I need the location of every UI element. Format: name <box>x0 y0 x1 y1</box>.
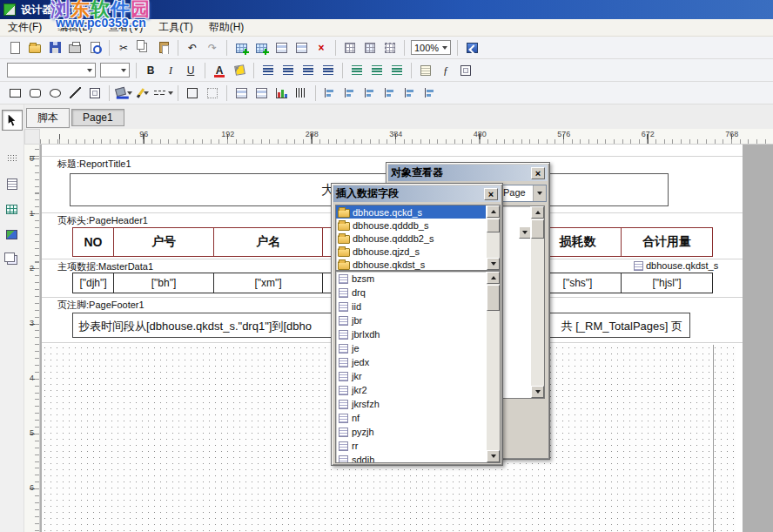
header-cell[interactable]: 合计用量 <box>622 228 712 256</box>
barcode-button[interactable] <box>292 84 311 103</box>
insert-band-button[interactable] <box>272 38 291 57</box>
field-list-scrollbar[interactable] <box>486 272 500 462</box>
dataset-item[interactable]: dbhouse.qjzd_s <box>336 245 486 258</box>
field-item[interactable]: rr <box>336 439 486 453</box>
field-list[interactable]: bzsm drq iid jbr <box>335 271 501 463</box>
border-none-button[interactable] <box>203 84 222 103</box>
band-label-report-title[interactable]: 标题:ReportTitle1 <box>57 158 131 171</box>
band-label-master-data[interactable]: 主项数据:MasterData1 <box>57 260 153 273</box>
center-vertical-button[interactable] <box>420 84 440 103</box>
field-item[interactable]: jkr <box>336 369 486 383</box>
menu-item[interactable]: 查看(V) <box>100 18 151 37</box>
picture-object-button[interactable] <box>2 224 23 245</box>
align-lefts-button[interactable] <box>320 84 339 103</box>
data-cell[interactable]: ["djh"] <box>73 273 114 293</box>
paste-button[interactable] <box>154 38 173 57</box>
dataset-item[interactable]: dbhouse.qdddb_s <box>336 219 486 232</box>
align-bottoms-button[interactable] <box>380 84 400 103</box>
field-item[interactable]: jbr <box>336 313 486 327</box>
band-style-button[interactable] <box>232 84 251 103</box>
menu-item[interactable]: 帮助(H) <box>201 18 252 37</box>
chart-button[interactable] <box>272 84 291 103</box>
line-tool-button[interactable] <box>65 84 84 103</box>
save-button[interactable] <box>45 38 64 57</box>
highlight-button[interactable] <box>230 61 249 80</box>
menu-item[interactable]: 工具(T) <box>151 18 200 37</box>
snap-to-grid-button[interactable] <box>360 38 380 57</box>
scroll-down-icon[interactable] <box>487 450 500 462</box>
align-rights-button[interactable] <box>340 84 360 103</box>
close-icon[interactable]: × <box>484 188 498 200</box>
field-item[interactable]: bzsm <box>336 272 486 286</box>
delete-button[interactable]: × <box>312 38 331 57</box>
titlebar[interactable]: 设计器 - sttzd2.rmf <box>0 0 773 19</box>
bold-button[interactable]: B <box>141 61 160 80</box>
object-viewer-titlebar[interactable]: 对象查看器 × <box>388 165 548 181</box>
open-button[interactable] <box>25 38 44 57</box>
insert-dataset-button[interactable] <box>232 38 251 57</box>
header-cell[interactable]: 户名 <box>214 228 323 256</box>
redo-button[interactable]: ↷ <box>203 38 222 57</box>
valign-center-button[interactable] <box>367 61 386 80</box>
inspector-dropdown[interactable] <box>519 226 531 239</box>
field-item[interactable]: jkrsfzh <box>336 397 486 411</box>
data-cell[interactable]: ["hjsl"] <box>622 273 712 293</box>
scroll-down-icon[interactable] <box>531 386 544 398</box>
scroll-down-icon[interactable] <box>487 258 500 270</box>
font-size-combo[interactable] <box>98 61 131 80</box>
rectangle-tool-button[interactable] <box>5 84 24 103</box>
band-label-page-footer[interactable]: 页注脚:PageFooter1 <box>57 299 145 312</box>
frame-tool-button[interactable] <box>85 84 104 103</box>
table-object-button[interactable] <box>2 199 23 219</box>
dataset-item[interactable]: dbhouse.qdddb2_s <box>336 232 486 245</box>
border-outline-button[interactable] <box>183 84 202 103</box>
underline-button[interactable]: U <box>181 61 200 80</box>
font-family-combo[interactable] <box>5 61 97 80</box>
align-right-button[interactable] <box>299 61 318 80</box>
scroll-up-icon[interactable] <box>531 206 544 219</box>
zoom-combo[interactable]: 100% <box>409 38 453 57</box>
align-justify-button[interactable] <box>319 61 338 80</box>
close-icon[interactable]: × <box>531 167 545 179</box>
menu-item[interactable]: 文件(F) <box>0 18 50 37</box>
field-item[interactable]: jbrlxdh <box>336 327 486 341</box>
valign-top-button[interactable] <box>347 61 366 80</box>
line-style-button[interactable] <box>154 84 173 103</box>
field-item[interactable]: jedx <box>336 355 486 369</box>
insert-query-button[interactable] <box>252 38 271 57</box>
font-color-button[interactable]: A <box>210 61 229 80</box>
copy-button[interactable] <box>134 38 153 57</box>
band-label-page-header[interactable]: 页标头:PageHeader1 <box>57 214 148 227</box>
ellipse-tool-button[interactable] <box>45 84 64 103</box>
select-tool-button[interactable] <box>2 110 23 131</box>
scroll-up-icon[interactable] <box>487 205 500 218</box>
undo-button[interactable]: ↶ <box>183 38 202 57</box>
insert-crosstab-button[interactable] <box>292 38 311 57</box>
align-center-button[interactable] <box>279 61 298 80</box>
scroll-thumb[interactable] <box>531 219 544 239</box>
header-cell[interactable]: NO <box>73 228 114 256</box>
dataset-item[interactable]: dbhouse.qkdst_s <box>336 258 486 271</box>
dataset-list[interactable]: dbhouse.qckd_s dbhouse.qdddb_s dbhouse.q… <box>335 205 501 271</box>
field-item[interactable]: sddjh <box>336 453 486 463</box>
valign-bottom-button[interactable] <box>387 61 407 80</box>
field-item[interactable]: drq <box>336 286 486 300</box>
align-left-button[interactable] <box>259 61 278 80</box>
rounded-rectangle-tool-button[interactable] <box>25 84 44 103</box>
line-color-button[interactable] <box>134 84 153 103</box>
field-item[interactable]: je <box>336 341 486 355</box>
show-grid-button[interactable] <box>340 38 360 57</box>
object-page-combo[interactable]: Page <box>500 185 547 202</box>
menu-item[interactable]: 编辑(E) <box>50 18 100 37</box>
align-to-grid-button[interactable] <box>380 38 400 57</box>
tab-page1[interactable]: Page1 <box>71 109 124 126</box>
field-item[interactable]: pyzjh <box>336 425 486 439</box>
cut-button[interactable]: ✂ <box>114 38 133 57</box>
scroll-thumb[interactable] <box>487 219 500 232</box>
chevron-down-icon[interactable] <box>533 185 546 201</box>
data-cell[interactable]: ["xm"] <box>214 273 323 293</box>
band-color-button[interactable] <box>252 84 271 103</box>
text-object-button[interactable] <box>2 173 23 194</box>
center-horizontal-button[interactable] <box>400 84 420 103</box>
field-item[interactable]: nf <box>336 411 486 425</box>
